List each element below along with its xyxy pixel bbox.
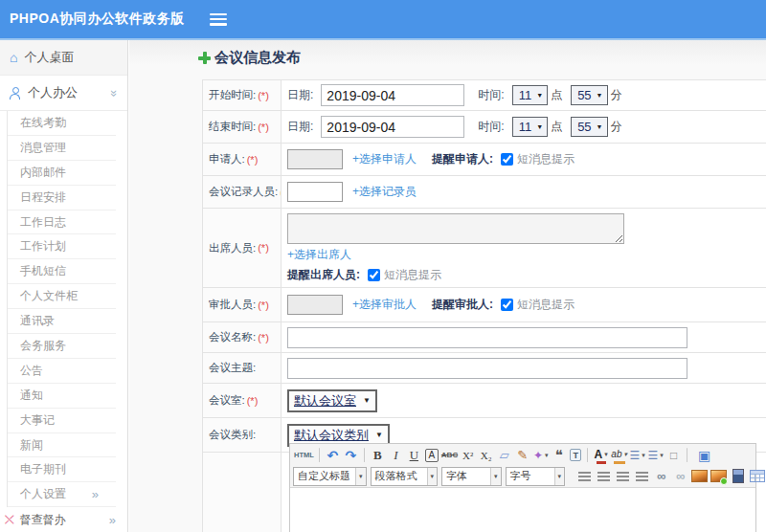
paragraph-format-select[interactable]: 段落格式 ▾ xyxy=(371,467,439,486)
end-minute-select[interactable]: 55▼ xyxy=(571,117,607,137)
blockquote-icon[interactable]: ❝ xyxy=(550,446,568,465)
choose-recorder-link[interactable]: +选择记录员 xyxy=(352,184,417,200)
sidebar-subitem[interactable]: 通知 xyxy=(8,384,116,409)
choose-approver-link[interactable]: +选择审批人 xyxy=(352,297,417,313)
image-icon[interactable] xyxy=(690,467,709,486)
sidebar-subitem[interactable]: 工作日志 xyxy=(8,211,116,235)
sidebar-subitem[interactable]: 在线考勤 xyxy=(8,111,116,136)
media-icon[interactable] xyxy=(729,467,747,486)
sidebar-item-personal-desktop[interactable]: ⌂ 个人桌面 xyxy=(0,40,127,76)
form-row-recorder: 会议记录人员:(*) +选择记录员 xyxy=(203,176,766,209)
caret-down-icon: ▼ xyxy=(536,123,543,130)
image-upload-icon[interactable] xyxy=(710,467,728,486)
start-minute-select[interactable]: 55▼ xyxy=(571,85,607,105)
html-source-icon[interactable]: HTML xyxy=(293,446,315,465)
meeting-subject-input[interactable] xyxy=(287,358,687,379)
hamburger-menu-icon[interactable] xyxy=(210,13,227,26)
form-row-attendees: 出席人员:(*) +选择出席人 提醒出席人员: 短消息提示 xyxy=(203,209,766,288)
start-date-input[interactable] xyxy=(321,84,464,106)
align-justify-icon[interactable] xyxy=(633,467,651,486)
table-icon[interactable] xyxy=(748,467,766,486)
time-label: 时间: xyxy=(478,87,504,103)
undo-icon[interactable]: ↶ xyxy=(324,446,342,465)
applicant-input[interactable] xyxy=(287,149,343,169)
start-hour-select[interactable]: 11▼ xyxy=(512,85,548,105)
sidebar-item-personal-office[interactable]: 个人办公 » xyxy=(0,76,127,111)
font-color-icon[interactable]: A xyxy=(592,446,610,465)
sidebar-item-personal-settings[interactable]: 个人设置 » xyxy=(8,482,116,507)
align-center-icon[interactable] xyxy=(595,467,613,486)
unordered-list-icon[interactable]: ☰ xyxy=(646,446,665,465)
page-title: 会议信息发布 xyxy=(198,49,301,67)
main-content: 会议信息发布 开始时间:(*) 日期: 时间: 11▼ 点 55▼ 分 xyxy=(129,40,766,532)
bold-icon[interactable]: B xyxy=(369,446,387,465)
sidebar-subitem[interactable]: 新闻 xyxy=(8,433,116,458)
subscript-icon[interactable]: X₂ xyxy=(477,446,495,465)
sms-hint-label: 短消息提示 xyxy=(517,297,574,313)
app-title: PHPOA协同办公软件政务版 xyxy=(0,11,185,28)
sidebar: ⌂ 个人桌面 个人办公 » 在线考勤 消息管理 内部邮件 日程安排 工作日志 工… xyxy=(0,40,128,532)
align-right-icon[interactable] xyxy=(614,467,632,486)
superscript-icon[interactable]: X² xyxy=(459,446,477,465)
custom-title-select[interactable]: 自定义标题 ▾ xyxy=(293,467,367,486)
applicant-sms-checkbox[interactable] xyxy=(501,153,513,166)
choose-applicant-link[interactable]: +选择申请人 xyxy=(352,151,417,167)
remind-applicant-label: 提醒申请人: xyxy=(432,151,493,167)
new-page-icon[interactable]: □ xyxy=(665,446,683,465)
meeting-room-select[interactable]: 默认会议室 ▼ xyxy=(287,389,377,412)
font-border-icon[interactable]: A xyxy=(425,449,439,462)
sidebar-subitem[interactable]: 工作计划 xyxy=(8,234,116,259)
sidebar-subitem[interactable]: 日程安排 xyxy=(8,186,116,211)
sidebar-subitem[interactable]: 内部邮件 xyxy=(8,161,116,186)
sidebar-subitem[interactable]: 个人文件柜 xyxy=(8,284,116,309)
remind-attendees-label: 提醒出席人员: xyxy=(287,267,360,283)
unlink-icon[interactable]: ∞ xyxy=(671,467,689,486)
caret-down-icon: ▾ xyxy=(427,468,438,485)
sidebar-subitem[interactable]: 大事记 xyxy=(8,409,116,433)
attendees-sms-checkbox[interactable] xyxy=(368,269,380,281)
time-label: 时间: xyxy=(478,119,504,135)
strikethrough-icon[interactable]: ABC xyxy=(440,446,459,465)
recorder-input[interactable] xyxy=(287,182,343,202)
ordered-list-icon[interactable]: ☰ xyxy=(628,446,646,465)
redo-icon[interactable]: ↷ xyxy=(342,446,360,465)
toolbar-separator xyxy=(364,448,365,462)
sidebar-subitem[interactable]: 电子期刊 xyxy=(8,457,116,482)
auto-typeset-icon[interactable]: ✦ xyxy=(531,446,550,465)
underline-icon[interactable]: U xyxy=(405,446,423,465)
sidebar-subitem[interactable]: 公告 xyxy=(8,359,116,384)
caret-down-icon: ▼ xyxy=(597,123,603,130)
home-icon: ⌂ xyxy=(10,51,17,64)
end-hour-select[interactable]: 11▼ xyxy=(512,117,548,137)
font-family-select[interactable]: 字体 ▾ xyxy=(441,467,502,486)
caret-down-icon: ▾ xyxy=(554,468,565,485)
approver-sms-checkbox[interactable] xyxy=(501,299,513,311)
end-date-input[interactable] xyxy=(321,116,464,138)
preview-icon[interactable]: ▣ xyxy=(695,446,713,465)
link-icon[interactable]: ∞ xyxy=(652,467,670,486)
caret-down-icon: ▼ xyxy=(375,431,383,439)
date-label: 日期: xyxy=(287,87,313,103)
form-row-start-time: 开始时间:(*) 日期: 时间: 11▼ 点 55▼ 分 xyxy=(203,80,766,111)
align-left-icon[interactable] xyxy=(575,467,594,486)
format-brush-icon[interactable]: ✎ xyxy=(513,446,531,465)
approver-input[interactable] xyxy=(287,295,343,315)
highlight-color-icon[interactable]: ab xyxy=(610,446,628,465)
choose-attendees-link[interactable]: +选择出席人 xyxy=(287,247,351,263)
eraser-icon[interactable]: ▱ xyxy=(495,446,513,465)
sidebar-subitem[interactable]: 通讯录 xyxy=(8,309,116,334)
form-row-applicant: 申请人:(*) +选择申请人 提醒申请人: 短消息提示 xyxy=(203,144,766,176)
caret-down-icon: ▼ xyxy=(536,92,543,99)
paste-text-icon[interactable]: T xyxy=(570,449,581,461)
font-size-select[interactable]: 字号 ▾ xyxy=(506,467,566,486)
sidebar-subitem[interactable]: 手机短信 xyxy=(8,259,116,284)
attendees-textarea[interactable] xyxy=(287,213,624,244)
rich-text-editor: HTML↶↷BIUAABCX²X₂▱✎✦❝TAab☰☰□▣ 自定义标题 ▾ 段落… xyxy=(289,443,756,532)
meeting-name-input[interactable] xyxy=(287,327,687,348)
italic-icon[interactable]: I xyxy=(387,446,405,465)
sidebar-subitem[interactable]: 消息管理 xyxy=(8,136,116,161)
caret-down-icon: ▼ xyxy=(597,92,603,99)
sidebar-subitem[interactable]: 会务服务 xyxy=(8,334,116,359)
editor-content-area[interactable] xyxy=(290,488,755,532)
sidebar-item-supervision[interactable]: ⤬ 督查督办 » xyxy=(0,507,127,532)
